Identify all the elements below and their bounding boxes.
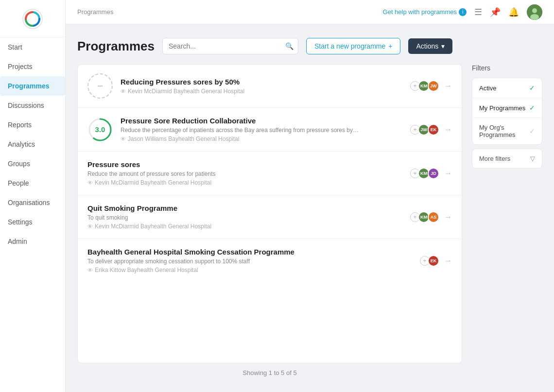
programme-name: Bayhealth General Hospital Smoking Cessa… xyxy=(87,248,412,256)
sidebar-item-reports[interactable]: Reports xyxy=(0,115,65,135)
programme-right: + KM AS → xyxy=(410,211,452,223)
sidebar-item-organisations[interactable]: Organisations xyxy=(0,193,65,212)
topbar-right: Get help with programmes i ☰ 📌 🔔 xyxy=(383,4,542,20)
programme-desc: To quit smoking xyxy=(87,214,330,221)
programme-desc: Reduce the amount of pressure sores for … xyxy=(87,170,330,177)
search-input[interactable] xyxy=(162,38,298,54)
help-link[interactable]: Get help with programmes i xyxy=(383,8,467,16)
programme-name: Pressure sores xyxy=(87,160,402,169)
programme-info: Pressure sores Reduce the amount of pres… xyxy=(87,160,402,186)
member-avatar: EK xyxy=(428,255,439,267)
sidebar-item-start[interactable]: Start xyxy=(0,37,65,57)
avatars-wrap: + KM AS xyxy=(410,211,439,223)
programme-meta-text: Jason Williams Bayhealth General Hospita… xyxy=(128,136,239,142)
sidebar-item-label: Programmes xyxy=(8,82,50,90)
svg-point-2 xyxy=(532,8,537,13)
programme-desc: To deliver appropriate smoking cessation… xyxy=(87,258,330,265)
programme-desc: Reduce the percentage of inpatients acro… xyxy=(121,127,364,134)
sidebar-item-admin[interactable]: Admin xyxy=(0,232,65,251)
breadcrumb: Programmes xyxy=(77,8,113,16)
programme-info: Reducing Pressures sores by 50% 👁 Kevin … xyxy=(121,78,402,95)
btn-new-icon: + xyxy=(388,42,392,50)
programme-name: Quit Smoking Programme xyxy=(87,204,402,212)
check-icon: ✓ xyxy=(529,84,535,92)
filter-card: Active ✓ My Programmes ✓ My Org's Progra… xyxy=(472,78,542,145)
check-icon-inactive: ✓ xyxy=(529,127,535,135)
eye-icon: 👁 xyxy=(87,180,93,186)
avatar-image xyxy=(527,4,542,20)
programme-item[interactable]: − Reducing Pressures sores by 50% 👁 Kevi… xyxy=(78,65,462,108)
avatars-wrap: + EK xyxy=(420,255,439,267)
filter-my-org-programmes[interactable]: My Org's Programmes ✓ xyxy=(472,118,542,144)
member-avatar: AS xyxy=(428,211,439,223)
programme-info: Pressure Sore Reduction Collaborative Re… xyxy=(121,117,402,142)
programme-meta: 👁 Kevin McDiarmid Bayhealth General Hosp… xyxy=(87,223,402,230)
page-title: Programmes xyxy=(77,39,155,54)
check-icon: ✓ xyxy=(529,104,535,112)
filters-title: Filters xyxy=(472,64,542,72)
programme-meta: 👁 Jason Williams Bayhealth General Hospi… xyxy=(121,136,402,142)
programme-right: + EK → xyxy=(420,255,452,267)
avatars-wrap: + KM JD xyxy=(410,168,439,179)
programme-item[interactable]: Quit Smoking Programme To quit smoking 👁… xyxy=(78,195,462,239)
member-avatar: EK xyxy=(428,124,439,136)
main-area: Programmes Get help with programmes i ☰ … xyxy=(66,0,554,392)
sidebar-item-groups[interactable]: Groups xyxy=(0,154,65,173)
programme-meta: 👁 Kevin McDiarmid Bayhealth General Hosp… xyxy=(87,179,402,186)
programme-info: Quit Smoking Programme To quit smoking 👁… xyxy=(87,204,402,230)
sidebar-item-programmes[interactable]: Programmes xyxy=(0,76,65,96)
sidebar-item-projects[interactable]: Projects xyxy=(0,57,65,76)
more-filters-button[interactable]: More filters ▽ xyxy=(472,149,542,169)
sidebar-item-label: Analytics xyxy=(8,140,35,148)
eye-icon: 👁 xyxy=(87,267,93,273)
arrow-right-icon: → xyxy=(444,125,452,134)
eye-icon: 👁 xyxy=(121,88,126,94)
more-filters-label: More filters xyxy=(479,155,510,162)
bell-icon[interactable]: 🔔 xyxy=(508,7,519,17)
programme-icon-dashed: − xyxy=(87,73,113,99)
btn-actions-label: Actions xyxy=(416,42,438,50)
app-logo xyxy=(22,9,43,29)
sidebar-item-label: Organisations xyxy=(8,199,50,206)
programme-item[interactable]: 3.0 Pressure Sore Reduction Collaborativ… xyxy=(78,108,462,152)
member-avatar: JW xyxy=(428,80,439,92)
list-icon[interactable]: ☰ xyxy=(474,7,482,17)
programme-item[interactable]: Pressure sores Reduce the amount of pres… xyxy=(78,152,462,195)
sidebar-item-label: People xyxy=(8,179,29,187)
programme-meta: 👁 Kevin McDiarmid Bayhealth General Hosp… xyxy=(121,88,402,95)
programme-score: 3.0 xyxy=(95,125,105,134)
pagination-text: Showing 1 to 5 of 5 xyxy=(77,363,462,378)
programme-meta-text: Kevin McDiarmid Bayhealth General Hospit… xyxy=(95,223,211,230)
programme-meta: 👁 Erika Kittow Bayhealth General Hospita… xyxy=(87,267,412,273)
sidebar-item-analytics[interactable]: Analytics xyxy=(0,135,65,154)
search-box: 🔍 xyxy=(162,38,298,54)
content-area: Programmes 🔍 Start a new programme + Act… xyxy=(66,24,554,392)
info-icon: i xyxy=(459,8,467,16)
programme-item[interactable]: Bayhealth General Hospital Smoking Cessa… xyxy=(78,239,462,282)
programme-name: Pressure Sore Reduction Collaborative xyxy=(121,117,402,125)
sidebar-item-settings[interactable]: Settings xyxy=(0,212,65,232)
member-avatar: JD xyxy=(428,168,439,179)
programme-progress-circle: 3.0 xyxy=(87,117,113,142)
filters-panel: Filters Active ✓ My Programmes ✓ My Org'… xyxy=(472,64,542,378)
sidebar-item-label: Discussions xyxy=(8,102,44,109)
sidebar: Start Projects Programmes Discussions Re… xyxy=(0,0,66,392)
sidebar-item-people[interactable]: People xyxy=(0,173,65,193)
programme-meta-text: Erika Kittow Bayhealth General Hospital xyxy=(95,267,198,273)
svg-point-3 xyxy=(530,14,539,20)
actions-button[interactable]: Actions ▾ xyxy=(408,38,452,54)
programme-right: + KM JW → xyxy=(410,80,452,92)
sidebar-item-discussions[interactable]: Discussions xyxy=(0,96,65,115)
funnel-icon: ▽ xyxy=(530,155,535,162)
sidebar-item-label: Reports xyxy=(8,121,32,129)
search-icon: 🔍 xyxy=(285,42,294,50)
pin-icon[interactable]: 📌 xyxy=(490,7,501,17)
eye-icon: 👁 xyxy=(87,223,93,229)
arrow-right-icon: → xyxy=(444,213,452,222)
sidebar-item-label: Start xyxy=(8,43,22,51)
filter-active[interactable]: Active ✓ xyxy=(472,78,542,98)
start-new-programme-button[interactable]: Start a new programme + xyxy=(306,38,400,54)
avatar[interactable] xyxy=(527,4,542,20)
filter-my-programmes[interactable]: My Programmes ✓ xyxy=(472,98,542,118)
logo-area xyxy=(0,0,65,37)
